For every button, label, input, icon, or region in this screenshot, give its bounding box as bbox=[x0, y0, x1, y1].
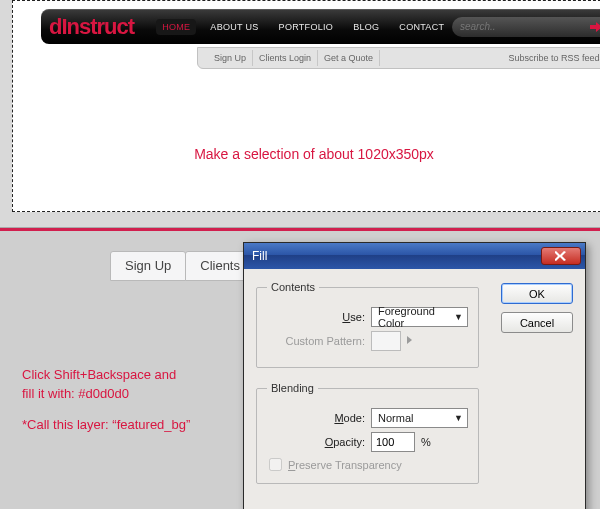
nav-item-home[interactable]: HOME bbox=[156, 19, 196, 35]
close-icon[interactable] bbox=[541, 247, 581, 265]
contents-group: Contents Use: Foreground Color ▼ Custom … bbox=[256, 281, 479, 368]
dialog-body: OK Cancel Contents Use: Foreground Color… bbox=[244, 269, 585, 509]
ok-button[interactable]: OK bbox=[501, 283, 573, 304]
use-value: Foreground Color bbox=[378, 305, 454, 329]
blending-legend: Blending bbox=[267, 382, 318, 394]
nav-item-contact[interactable]: CONTACT bbox=[393, 19, 450, 35]
nav-item-portfolio[interactable]: PORTFOLIO bbox=[273, 19, 340, 35]
annot-line-1: Click Shift+Backspace and bbox=[22, 367, 176, 382]
tutorial-top-panel: dInstruct HOME ABOUT US PORTFOLIO BLOG C… bbox=[0, 0, 600, 228]
selection-marquee: dInstruct HOME ABOUT US PORTFOLIO BLOG C… bbox=[12, 0, 600, 212]
opacity-label: Opacity: bbox=[267, 436, 365, 448]
use-select[interactable]: Foreground Color ▼ bbox=[371, 307, 468, 327]
main-navbar: dInstruct HOME ABOUT US PORTFOLIO BLOG C… bbox=[41, 9, 600, 44]
subbar-rss[interactable]: Subscribe to RSS feeds bbox=[508, 53, 600, 63]
use-label: Use: bbox=[267, 311, 365, 323]
annotation-text: Click Shift+Backspace and fill it with: … bbox=[22, 366, 190, 447]
preserve-transparency-checkbox[interactable] bbox=[269, 458, 282, 471]
chevron-down-icon: ▼ bbox=[454, 413, 463, 423]
contents-legend: Contents bbox=[267, 281, 319, 293]
tab-signup[interactable]: Sign Up bbox=[110, 251, 186, 281]
nav-item-blog[interactable]: BLOG bbox=[347, 19, 385, 35]
mode-label: Mode: bbox=[267, 412, 365, 424]
chevron-down-icon: ▼ bbox=[454, 312, 463, 322]
dialog-title-text: Fill bbox=[252, 249, 267, 263]
annot-line-3: *Call this layer: “featured_bg” bbox=[22, 416, 190, 435]
opacity-unit: % bbox=[421, 436, 431, 448]
preserve-transparency-label: Preserve Transparency bbox=[288, 459, 402, 471]
search-box bbox=[452, 17, 600, 37]
fill-dialog: Fill OK Cancel Contents Use: Foreground … bbox=[243, 242, 586, 509]
subbar-get-quote[interactable]: Get a Quote bbox=[318, 50, 380, 66]
search-submit-icon[interactable] bbox=[587, 20, 600, 34]
preserve-transparency-row[interactable]: Preserve Transparency bbox=[269, 458, 468, 471]
blending-group: Blending Mode: Normal ▼ Opacity: % Prese… bbox=[256, 382, 479, 484]
mode-value: Normal bbox=[378, 412, 413, 424]
opacity-input[interactable] bbox=[371, 432, 415, 452]
custom-pattern-label: Custom Pattern: bbox=[267, 335, 365, 347]
tutorial-bottom-panel: Sign Up Clients Logi Click Shift+Backspa… bbox=[0, 231, 600, 509]
nav-menu: HOME ABOUT US PORTFOLIO BLOG CONTACT bbox=[156, 19, 450, 35]
cancel-button[interactable]: Cancel bbox=[501, 312, 573, 333]
selection-instruction: Make a selection of about 1020x350px bbox=[13, 146, 600, 162]
annot-line-2: fill it with: #d0d0d0 bbox=[22, 386, 129, 401]
nav-item-about[interactable]: ABOUT US bbox=[204, 19, 264, 35]
subbar-clients-login[interactable]: Clients Login bbox=[253, 50, 318, 66]
subbar-signup[interactable]: Sign Up bbox=[208, 50, 253, 66]
custom-pattern-swatch[interactable] bbox=[371, 331, 401, 351]
secondary-bar: Sign Up Clients Login Get a Quote Subscr… bbox=[197, 47, 600, 69]
dialog-button-column: OK Cancel bbox=[501, 283, 573, 333]
search-input[interactable] bbox=[460, 21, 587, 32]
mode-select[interactable]: Normal ▼ bbox=[371, 408, 468, 428]
brand-logo: dInstruct bbox=[49, 14, 134, 40]
dialog-titlebar[interactable]: Fill bbox=[244, 243, 585, 269]
